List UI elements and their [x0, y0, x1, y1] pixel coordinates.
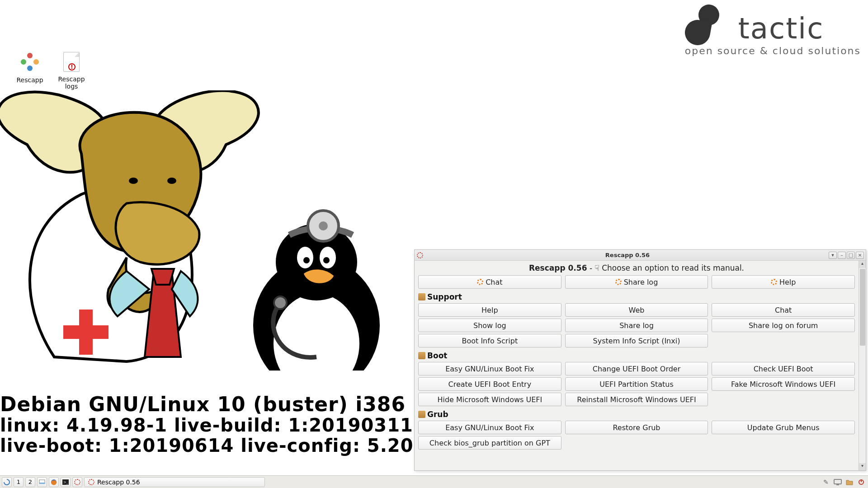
rescapp-icon	[19, 53, 41, 75]
log-file-icon: !	[61, 52, 82, 74]
terminal-icon: >_	[62, 479, 69, 485]
os-info-line: live-boot: 1:20190614 live-config: 5.20	[0, 436, 472, 456]
ring-icon	[771, 279, 777, 285]
workspace-1-button[interactable]: 1	[14, 477, 24, 487]
wallpaper-os-info: Debian GNU/Linux 10 (buster) i386 Build …	[0, 393, 472, 456]
terminal-launcher[interactable]: >_	[61, 477, 71, 487]
window-title: Rescapp 0.56	[426, 252, 829, 258]
top-help-button[interactable]: Help	[712, 275, 855, 289]
window-scrollbar[interactable]: ▴ ▾	[859, 261, 866, 470]
hide-ms-uefi-button[interactable]: Hide Microsoft Windows UEFI	[418, 393, 561, 406]
top-share-log-button[interactable]: Share log	[565, 275, 708, 289]
grub-easy-fix-button[interactable]: Easy GNU/Linux Boot Fix	[418, 421, 561, 434]
show-desktop-button[interactable]	[37, 477, 47, 487]
desktop-icon-rescapp[interactable]: Rescapp	[11, 51, 49, 84]
tray-display-icon[interactable]	[833, 477, 843, 487]
rescapp-icon	[416, 252, 424, 259]
os-info-line: Debian GNU/Linux 10 (buster) i386 Build	[0, 393, 472, 415]
desktop-icon-rescapp-logs[interactable]: ! Rescapp logs	[52, 51, 90, 90]
check-uefi-boot-button[interactable]: Check UEFI Boot	[712, 362, 855, 375]
app-header-hint: Choose an option to read its manual.	[602, 263, 744, 272]
window-minimize-button[interactable]: –	[838, 252, 846, 259]
svg-point-12	[319, 221, 328, 230]
reinstall-ms-uefi-button[interactable]: Reinstall Microsoft Windows UEFI	[565, 393, 708, 406]
share-log-button[interactable]: Share log	[565, 319, 708, 332]
create-uefi-entry-button[interactable]: Create UEFI Boot Entry	[418, 377, 561, 391]
package-icon	[418, 411, 425, 418]
power-icon	[858, 479, 864, 485]
update-grub-menus-button[interactable]: Update Grub Menus	[712, 421, 855, 434]
svg-point-1	[167, 178, 176, 184]
btactic-mark-icon	[685, 5, 730, 45]
package-icon	[418, 352, 425, 359]
workspace-2-button[interactable]: 2	[25, 477, 35, 487]
ring-icon	[477, 279, 483, 285]
top-chat-button[interactable]: Chat	[418, 275, 561, 289]
desktop-icon	[39, 479, 45, 485]
easy-boot-fix-button[interactable]: Easy GNU/Linux Boot Fix	[418, 362, 561, 375]
svg-point-13	[274, 296, 287, 309]
monitor-icon	[834, 479, 842, 485]
scroll-up-button[interactable]: ▴	[859, 261, 866, 268]
chat-button[interactable]: Chat	[712, 303, 855, 317]
package-icon	[418, 293, 425, 300]
desktop-icon-label: Rescapp	[11, 76, 49, 84]
tray-edit-icon[interactable]: ✎	[821, 477, 831, 487]
desktop-icon-label: Rescapp logs	[52, 75, 90, 90]
panel-menu-button[interactable]	[2, 477, 12, 487]
restore-grub-button[interactable]: Restore Grub	[565, 421, 708, 434]
app-header-name: Rescapp 0.56	[529, 263, 587, 272]
tray-files-icon[interactable]	[844, 477, 854, 487]
help-button[interactable]: Help	[418, 303, 561, 317]
ring-icon	[615, 279, 622, 285]
svg-point-10	[323, 257, 330, 263]
rescapp-window: Rescapp 0.56 ▾ – □ × Rescapp 0.56 - ☟ Ch…	[414, 249, 866, 471]
window-close-button[interactable]: ×	[856, 252, 864, 259]
svg-point-9	[303, 257, 310, 263]
change-uefi-order-button[interactable]: Change UEFI Boot Order	[565, 362, 708, 375]
firefox-icon	[51, 479, 57, 485]
app-header: Rescapp 0.56 - ☟ Choose an option to rea…	[418, 263, 855, 272]
uefi-partition-status-button[interactable]: UEFI Partition Status	[565, 377, 708, 391]
scroll-down-button[interactable]: ▾	[859, 463, 866, 470]
show-log-button[interactable]: Show log	[418, 319, 561, 332]
btactic-name: tactic	[738, 12, 824, 45]
scroll-thumb[interactable]	[860, 269, 865, 346]
tray-power-icon[interactable]	[856, 477, 866, 487]
svg-rect-20	[836, 484, 839, 485]
desktop: Rescapp ! Rescapp logs tactic open sourc…	[0, 0, 868, 475]
section-support-label: Support	[418, 292, 855, 301]
window-maximize-button[interactable]: □	[847, 252, 855, 259]
check-bios-grub-button[interactable]: Check bios_grub partition on GPT	[418, 436, 561, 450]
wallpaper-gnu-tux	[0, 90, 425, 371]
btactic-tagline: open source & cloud solutions	[685, 45, 861, 56]
task-panel: 1 2 >_ Rescapp 0.56 ✎	[0, 475, 868, 488]
svg-rect-19	[834, 479, 841, 484]
btactic-logo: tactic open source & cloud solutions	[685, 5, 861, 56]
taskbar-entry-title: Rescapp 0.56	[97, 479, 140, 486]
svg-text:>_: >_	[63, 480, 69, 484]
fake-ms-uefi-button[interactable]: Fake Microsoft Windows UEFI	[712, 377, 855, 391]
taskbar-entry-rescapp[interactable]: Rescapp 0.56	[84, 477, 265, 487]
section-boot-label: Boot	[418, 351, 855, 360]
svg-point-0	[129, 178, 138, 184]
os-info-line: linux: 4.19.98-1 live-build: 1:20190311	[0, 415, 472, 436]
rescapp-launcher[interactable]	[72, 477, 82, 487]
swirl-icon	[4, 479, 10, 485]
section-grub-label: Grub	[418, 410, 855, 419]
window-content: Rescapp 0.56 - ☟ Choose an option to rea…	[415, 261, 859, 470]
system-info-script-button[interactable]: System Info Script (Inxi)	[565, 334, 708, 347]
ring-icon	[88, 479, 94, 485]
folder-icon	[846, 479, 853, 485]
svg-rect-15	[39, 483, 45, 484]
window-keep-above-button[interactable]: ▾	[829, 252, 837, 259]
boot-info-script-button[interactable]: Boot Info Script	[418, 334, 561, 347]
firefox-launcher[interactable]	[49, 477, 59, 487]
ring-icon	[74, 479, 80, 485]
window-titlebar[interactable]: Rescapp 0.56 ▾ – □ ×	[415, 250, 866, 261]
svg-rect-3	[79, 310, 93, 355]
share-log-forum-button[interactable]: Share log on forum	[712, 319, 855, 332]
web-button[interactable]: Web	[565, 303, 708, 317]
